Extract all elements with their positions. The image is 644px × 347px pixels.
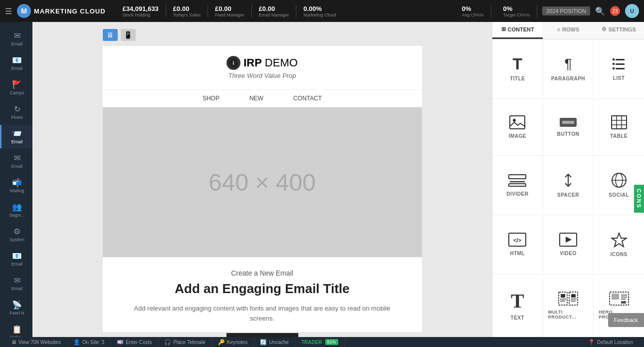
location-label: Default Location bbox=[597, 340, 633, 345]
content-item-divider[interactable]: DIVIDER bbox=[492, 156, 543, 215]
websites-label: View 708 Websites bbox=[18, 340, 61, 345]
location-icon: 📍 bbox=[588, 339, 595, 346]
sidebar-label-2: Email bbox=[11, 66, 23, 71]
content-item-hero-product[interactable]: HERO PRODUCT... bbox=[594, 274, 644, 337]
svg-rect-19 bbox=[509, 184, 526, 186]
status-onsite[interactable]: 👤 On Site: 3 bbox=[67, 337, 111, 347]
email-active-icon: 📨 bbox=[12, 129, 22, 138]
user-avatar[interactable]: U bbox=[625, 4, 639, 18]
onsite-label: On Site: 3 bbox=[82, 340, 104, 345]
icons-label: ICONS bbox=[611, 252, 628, 257]
svg-rect-12 bbox=[612, 116, 627, 129]
sidebar-item-system[interactable]: ⚙ System bbox=[0, 223, 32, 246]
telesale-label: Place Telesale bbox=[173, 340, 205, 345]
email-nav: SHOP NEW CONTACT bbox=[103, 90, 422, 107]
avg-cpa: 0% Avg CPA% bbox=[455, 5, 491, 17]
tab-content[interactable]: ⊞ CONTENT bbox=[492, 21, 543, 39]
content-item-image[interactable]: IMAGE bbox=[492, 99, 543, 156]
button-label: BUTTON bbox=[557, 131, 579, 137]
sidebar-item-segments[interactable]: 👥 Segm... bbox=[0, 198, 32, 222]
content-item-list[interactable]: LIST bbox=[594, 39, 644, 98]
sidebar-label-7: Mailing bbox=[10, 188, 24, 193]
svg-rect-5 bbox=[616, 63, 625, 65]
metric-stock-value: £34,091,633 bbox=[123, 5, 159, 12]
status-telesale[interactable]: 🎧 Place Telesale bbox=[158, 337, 212, 347]
mobile-preview-button[interactable]: 📱 bbox=[121, 29, 136, 41]
svg-rect-31 bbox=[561, 294, 565, 298]
sidebar-item-email-9[interactable]: 📧 Email bbox=[0, 247, 32, 271]
paragraph-label: PARAGRAPH bbox=[551, 76, 585, 81]
divider-icon bbox=[508, 173, 526, 187]
html-label: HTML bbox=[510, 251, 525, 256]
target-cpa-label: Target CPA% bbox=[503, 12, 530, 17]
search-icon[interactable]: 🔍 bbox=[595, 6, 605, 16]
feedback-button[interactable]: Feedback bbox=[608, 313, 644, 327]
sidebar-label-8: Segm... bbox=[9, 213, 24, 218]
content-item-multi-product[interactable]: MULTI PRODUCT... bbox=[543, 274, 594, 337]
sidebar-item-email-6[interactable]: ✉ Email bbox=[0, 149, 32, 173]
metrics-bar: £34,091,633 Stock Holding £0.00 Today's … bbox=[116, 5, 343, 17]
list-label: LIST bbox=[613, 75, 625, 81]
costs-icon: 💷 bbox=[117, 339, 124, 346]
cons-panel[interactable]: CONS bbox=[634, 185, 644, 213]
image-label: IMAGE bbox=[509, 133, 526, 139]
content-item-paragraph[interactable]: ¶ PARAGRAPH bbox=[543, 39, 594, 98]
metric-feed: £0.00 Feed Manager bbox=[208, 5, 252, 17]
content-item-title[interactable]: T TITLE bbox=[492, 39, 543, 98]
sidebar-item-feed[interactable]: 📡 Feed N bbox=[0, 296, 32, 320]
svg-rect-42 bbox=[621, 301, 626, 304]
hamburger-menu-icon[interactable]: ☰ bbox=[5, 6, 12, 16]
orders-icon: 📋 bbox=[12, 325, 22, 334]
paragraph-icon: ¶ bbox=[564, 56, 572, 72]
text-label: TEXT bbox=[511, 315, 525, 321]
status-websites[interactable]: 🖥 View 708 Websites bbox=[5, 337, 67, 347]
sidebar-item-email-1[interactable]: ✉ Email bbox=[0, 27, 32, 50]
sidebar-item-email-10[interactable]: ✉ Email bbox=[0, 272, 32, 295]
sidebar-label-11: Email bbox=[11, 286, 23, 291]
avg-cpa-value: 0% bbox=[462, 5, 484, 12]
content-item-table[interactable]: TABLE bbox=[594, 99, 644, 156]
sidebar-item-flows[interactable]: ↻ Flows bbox=[0, 100, 32, 124]
segments-icon: 👥 bbox=[12, 202, 22, 212]
svg-marker-27 bbox=[566, 237, 572, 243]
notification-badge[interactable]: 23 bbox=[610, 6, 620, 16]
sidebar-label-12: Feed N bbox=[9, 311, 24, 316]
status-location[interactable]: 📍 Default Location bbox=[582, 337, 639, 347]
uncache-label: Uncache bbox=[269, 340, 288, 345]
status-costs[interactable]: 💷 Enter Costs bbox=[111, 337, 158, 347]
sidebar-item-email-active[interactable]: 📨 Email bbox=[0, 125, 32, 148]
content-item-html[interactable]: </> HTML bbox=[492, 215, 543, 274]
content-item-video[interactable]: VIDEO bbox=[543, 215, 594, 274]
table-icon bbox=[611, 115, 627, 129]
status-uncache[interactable]: 🔄 Uncache bbox=[254, 337, 295, 347]
content-item-icons[interactable]: ICONS bbox=[594, 215, 644, 274]
desktop-preview-button[interactable]: 🖥 bbox=[103, 29, 118, 41]
status-bar: 🖥 View 708 Websites 👤 On Site: 3 💷 Enter… bbox=[0, 337, 644, 347]
email-logo: i IRP DEMO bbox=[113, 56, 412, 70]
metric-feed-value: £0.00 bbox=[215, 5, 244, 12]
email-icon-6: ✉ bbox=[14, 153, 20, 163]
spacer-icon bbox=[560, 172, 576, 188]
tab-rows[interactable]: ≡ ROWS bbox=[543, 21, 593, 39]
social-icon bbox=[611, 172, 627, 188]
status-trader: TRADER 81% bbox=[295, 337, 345, 347]
video-label: VIDEO bbox=[560, 251, 577, 256]
content-item-button[interactable]: BUTTON bbox=[543, 99, 594, 156]
tab-settings[interactable]: ⚙ SETTINGS bbox=[594, 21, 644, 39]
status-keynotes[interactable]: 🔑 Keynotes bbox=[212, 337, 254, 347]
content-item-text[interactable]: T TEXT bbox=[492, 274, 543, 337]
email-logo-icon: i bbox=[226, 56, 240, 70]
top-bar-left: ☰ M MARKETING CLOUD £34,091,633 Stock Ho… bbox=[5, 4, 343, 18]
email-icon-9: 📧 bbox=[12, 251, 22, 261]
metric-sales-value: £0.00 bbox=[173, 5, 201, 12]
sidebar-item-mailing[interactable]: 📬 Mailing bbox=[0, 174, 32, 197]
content-tab-icon: ⊞ bbox=[501, 26, 506, 32]
sidebar-item-camps[interactable]: 🚩 Camps bbox=[0, 76, 32, 99]
email-cta-button[interactable]: SHOP NOW bbox=[226, 333, 298, 337]
svg-text:</>: </> bbox=[513, 237, 521, 243]
content-item-spacer[interactable]: SPACER bbox=[543, 156, 594, 215]
svg-rect-34 bbox=[571, 294, 576, 298]
metric-email-value: £0.00 bbox=[259, 5, 289, 12]
panel-tabs: ⊞ CONTENT ≡ ROWS ⚙ SETTINGS bbox=[492, 21, 644, 39]
sidebar-item-email-2[interactable]: 📧 Email bbox=[0, 51, 32, 75]
